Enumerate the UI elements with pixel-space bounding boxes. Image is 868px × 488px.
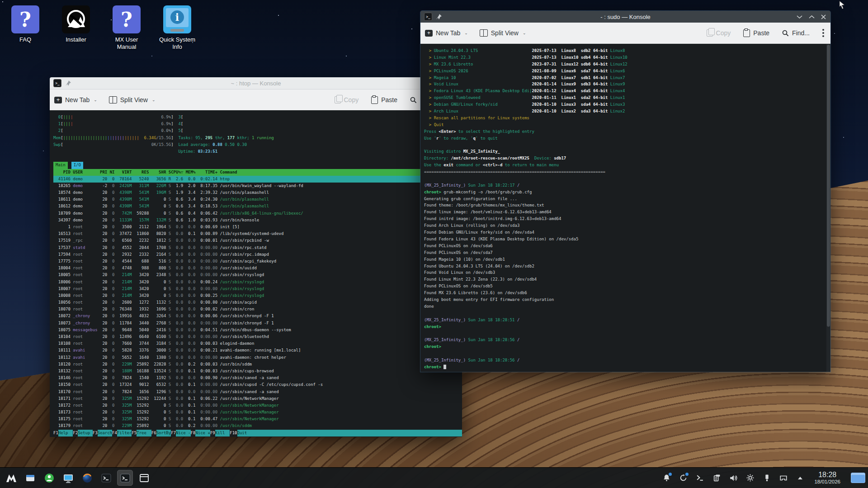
terminal-line: > Quit [424, 122, 825, 128]
fkey-f1[interactable]: F1 [53, 430, 58, 436]
find-button[interactable]: Find... [782, 29, 810, 37]
desktop-icon-installer[interactable]: Installer [54, 5, 98, 51]
fkey-label[interactable]: Tree [137, 430, 151, 436]
konsole-app-icon: >_ [424, 13, 432, 21]
fkey-label[interactable]: Search [98, 430, 113, 436]
process-row: 18132 root 20 0 188M 16188 13524 S 0.0 0… [53, 368, 462, 375]
paste-button[interactable]: Paste [743, 29, 769, 37]
copy-button[interactable]: Copy [335, 96, 359, 103]
fkey-label[interactable]: Help [58, 430, 73, 436]
split-view-icon [109, 96, 117, 103]
terminal-line: > Fedora Linux 43 (KDE Plasma Desktop Ed… [424, 88, 825, 94]
fkey-f4[interactable]: F4 [112, 430, 117, 436]
maximize-button[interactable] [809, 15, 815, 19]
new-tab-button[interactable]: + New Tab ⌄ [425, 29, 468, 37]
split-view-label: Split View [491, 29, 519, 37]
notifications-bell-icon[interactable] [662, 474, 671, 483]
overflow-menu-icon[interactable] [822, 29, 824, 37]
show-desktop-button[interactable] [851, 473, 865, 483]
process-row: 18175 root 20 0 325M 15292 0 S 0.0 0.1 0… [53, 416, 462, 422]
fkey-f3[interactable]: F3 [93, 430, 98, 436]
fkey-label[interactable]: Nice + [195, 430, 210, 436]
clock[interactable]: 18:28 18/01/2026 [814, 471, 840, 485]
copy-icon [707, 29, 713, 37]
paste-button[interactable]: Paste [371, 96, 397, 104]
htop-terminal[interactable]: 0[|||| 6.9%] 3[ 1[|||| 6.9%] 4[ 2[ 0.0%]… [50, 110, 462, 437]
desktop-icon-label: FAQ [19, 36, 31, 43]
pin-icon[interactable] [65, 80, 71, 86]
desktop-icon-faq[interactable]: ? FAQ [4, 5, 47, 51]
info-screen-icon: i [163, 5, 191, 33]
terminal-line: > Debian GNU/Linux forky/sid 2020-01-10 … [424, 101, 825, 108]
clipboard-icon[interactable] [712, 474, 721, 483]
taskbar-browser-icon[interactable] [80, 470, 94, 485]
paste-icon [371, 96, 378, 104]
sudo-terminal[interactable]: > Ubuntu 24.04.3 LTS 2025-07-13 Linux8 s… [420, 44, 830, 372]
fkey-f10[interactable]: F10 [230, 430, 237, 436]
find-button[interactable] [410, 97, 417, 103]
settings-gear-icon[interactable] [745, 474, 755, 483]
fkey-label[interactable]: Setup [78, 430, 93, 436]
desktop: ? FAQ Installer ? MX User Manual i Quick… [0, 0, 868, 488]
process-row: 17594 root 20 0 2932 2332 2164 S 0.0 0.0… [53, 251, 462, 258]
terminal-line: Uptime: 03:23:51 [53, 148, 462, 155]
copy-button[interactable]: Copy [707, 29, 731, 37]
process-row: 18072 _chrony 20 0 19916 4032 3264 S 0.0… [53, 313, 462, 319]
fkey-f8[interactable]: F8 [191, 430, 196, 436]
tab-io[interactable]: I/O [71, 162, 83, 169]
terminal-line [424, 350, 825, 357]
desktop-icon-mx-user-manual[interactable]: ? MX User Manual [105, 5, 148, 51]
split-view-button[interactable]: Split View ⌄ [480, 29, 526, 37]
terminal-scrollbar[interactable] [826, 44, 830, 372]
fkey-label[interactable]: SortBy [156, 430, 171, 436]
minimize-button[interactable] [797, 15, 802, 19]
terminal-line [424, 175, 825, 182]
taskbar: 18:28 18/01/2026 [0, 467, 868, 488]
fkey-f2[interactable]: F2 [73, 430, 78, 436]
pin-icon[interactable] [436, 14, 442, 20]
taskbar-konsole-task-1-icon[interactable] [99, 470, 113, 485]
network-icon[interactable] [779, 474, 788, 483]
process-row: 18171 root 20 0 325M 15292 12244 S 0.0 0… [53, 395, 462, 402]
fkey-label[interactable]: Quit [237, 430, 252, 436]
fkey-label[interactable]: Filter [117, 430, 132, 436]
fkey-f9[interactable]: F9 [210, 430, 215, 436]
terminal-line: Found PCLinuxOS on /dev/sda6 [424, 243, 825, 249]
titlebar-sudo[interactable]: >_ - : sudo — Konsole [420, 11, 830, 23]
tab-main[interactable]: Main [53, 162, 68, 169]
taskbar-app-window-icon[interactable] [137, 470, 151, 485]
fkey-f5[interactable]: F5 [132, 430, 137, 436]
terminal-line: Found MX 23.6 Libretto (23.6) on /dev/sd… [424, 290, 825, 296]
chevron-down-icon: ⌄ [464, 31, 468, 35]
taskbar-mx-menu-icon[interactable] [4, 470, 19, 485]
volume-icon[interactable] [729, 474, 738, 483]
expand-tray-chevron-icon[interactable] [796, 474, 805, 483]
terminal-line: > Arch Linux 2020-01-10 Linux2 sda3 64-b… [424, 108, 825, 115]
close-button[interactable] [821, 14, 826, 19]
terminal-line: chroot> [424, 364, 825, 371]
software-updates-icon[interactable] [679, 474, 688, 483]
htop-function-bar: F1Help F2Setup F3SearchF4FilterF5Tree F6… [53, 430, 462, 436]
process-row: 17519 _rpc 20 0 6560 2232 1812 S 0.0 0.0… [53, 237, 462, 244]
usb-device-icon[interactable] [762, 474, 771, 483]
chevron-down-icon: ⌄ [523, 31, 526, 35]
copy-label: Copy [716, 29, 731, 37]
question-icon: ? [11, 5, 39, 33]
split-view-button[interactable]: Split View ⌄ [109, 96, 156, 103]
fkey-label[interactable]: Nice - [176, 430, 191, 436]
fkey-f7[interactable]: F7 [171, 430, 176, 436]
process-row: 17537 statd 20 0 4552 2044 1708 S 0.0 0.… [53, 244, 462, 251]
taskbar-file-manager-icon[interactable] [61, 470, 75, 485]
taskbar-konsole-task-2-icon[interactable] [118, 470, 132, 485]
terminal-line: > Ubuntu 24.04.3 LTS 2025-07-13 Linux8 s… [424, 47, 825, 54]
scrollbar-thumb[interactable] [827, 45, 830, 327]
terminal-line: Found linux image: /boot/vmlinuz-6.12.63… [424, 209, 825, 216]
fkey-label[interactable]: Kill [215, 430, 230, 436]
terminal-tray-icon[interactable] [695, 474, 704, 483]
titlebar-htop[interactable]: >_ ~ : htop — Konsole [50, 77, 462, 89]
taskbar-virtual-desktop-icon[interactable] [23, 470, 38, 485]
fkey-f6[interactable]: F6 [151, 430, 156, 436]
taskbar-software-app-icon[interactable] [42, 470, 57, 485]
desktop-icon-quick-system-info[interactable]: i Quick System Info [156, 5, 199, 51]
new-tab-button[interactable]: + New Tab ⌄ [54, 96, 97, 103]
